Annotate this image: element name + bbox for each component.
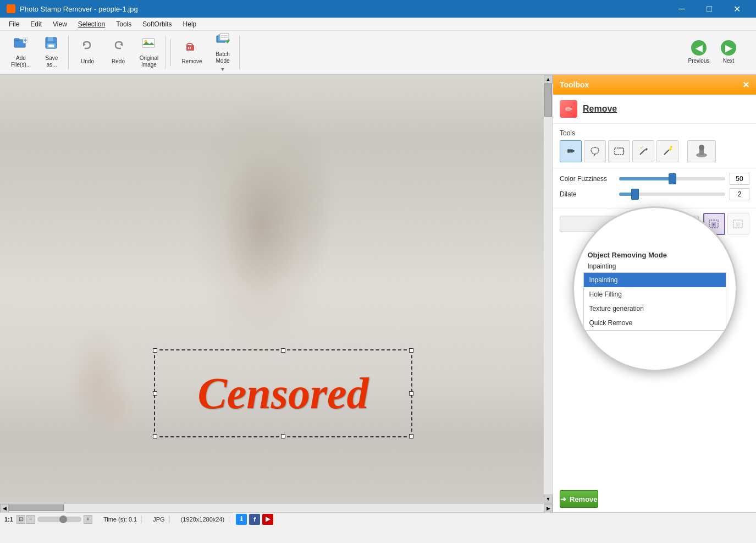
remove-button[interactable]: Remove bbox=[178, 36, 206, 68]
zoom-thumb[interactable] bbox=[59, 515, 67, 523]
color-fuzziness-section: Color Fuzziness 50 Dilate 2 bbox=[553, 168, 756, 208]
dropdown-option-quick-remove[interactable]: Quick Remove bbox=[584, 316, 726, 330]
info-icon[interactable]: ℹ bbox=[236, 514, 247, 525]
add-files-button[interactable]: AddFile(s)... bbox=[7, 36, 35, 68]
minimize-button[interactable]: ─ bbox=[669, 0, 694, 18]
dilate-thumb[interactable] bbox=[631, 189, 639, 200]
scroll-v-track[interactable] bbox=[544, 84, 553, 495]
batch-dropdown-arrow: ▼ bbox=[220, 67, 225, 72]
remove-btn-area: ➜ Remove bbox=[560, 490, 749, 508]
main-area: Censored ▲ ▼ ◀ ▶ Toolbox bbox=[0, 75, 756, 512]
svg-point-24 bbox=[638, 150, 639, 151]
redo-button[interactable]: Redo bbox=[104, 36, 133, 68]
remove-action-button[interactable]: ➜ Remove bbox=[560, 490, 598, 508]
menu-softorbits[interactable]: SoftOrbits bbox=[138, 19, 176, 29]
horizontal-scrollbar[interactable]: ◀ ▶ bbox=[0, 503, 553, 512]
redo-label: Redo bbox=[112, 58, 125, 65]
wand-auto-tool-button[interactable] bbox=[656, 140, 678, 162]
dropdown-option-texture-generation[interactable]: Texture generation bbox=[584, 301, 726, 316]
dropdown-circle-container: Object Removing Mode Inpainting Inpainti… bbox=[572, 206, 737, 371]
handle-bottom-right[interactable] bbox=[409, 434, 413, 438]
save-as-icon bbox=[45, 36, 59, 53]
handle-top-right[interactable] bbox=[409, 348, 413, 353]
zoom-level: 1:1 bbox=[4, 516, 13, 523]
scroll-h-thumb[interactable] bbox=[9, 504, 64, 511]
scroll-left-arrow[interactable]: ◀ bbox=[0, 504, 9, 513]
dilate-slider[interactable] bbox=[619, 193, 725, 196]
toolbox-panel: Toolbox ✕ ✏ Remove Tools ✏ bbox=[553, 75, 756, 512]
color-fuzziness-label: Color Fuzziness bbox=[560, 175, 615, 183]
svg-marker-9 bbox=[83, 43, 86, 46]
censored-text: Censored bbox=[197, 369, 368, 419]
original-image-button[interactable]: OriginalImage bbox=[135, 36, 163, 68]
censored-selection-box[interactable]: Censored bbox=[154, 349, 412, 437]
menu-selection[interactable]: Selection bbox=[74, 19, 109, 29]
menu-tools[interactable]: Tools bbox=[112, 19, 136, 29]
dropdown-option-inpainting[interactable]: Inpainting bbox=[584, 273, 726, 287]
title-bar-controls: ─ □ ✕ bbox=[669, 0, 749, 18]
svg-rect-6 bbox=[48, 37, 53, 41]
lasso-tool-button[interactable] bbox=[584, 140, 606, 162]
fabric-texture-overlay bbox=[0, 75, 544, 503]
scroll-right-arrow[interactable]: ▶ bbox=[544, 504, 553, 513]
rect-select-tool-button[interactable] bbox=[608, 140, 630, 162]
facebook-icon[interactable]: f bbox=[249, 514, 260, 525]
undo-label: Undo bbox=[81, 58, 94, 65]
close-button[interactable]: ✕ bbox=[724, 0, 749, 18]
svg-point-25 bbox=[642, 146, 643, 147]
handle-top-center[interactable] bbox=[281, 348, 285, 353]
save-as-button[interactable]: Saveas... bbox=[37, 36, 66, 68]
redo-icon bbox=[111, 40, 125, 56]
zoom-slider[interactable] bbox=[37, 517, 81, 522]
canvas-area[interactable]: Censored bbox=[0, 75, 544, 503]
app-icon bbox=[7, 4, 15, 13]
next-button[interactable]: ▶ Next bbox=[714, 36, 743, 68]
menu-file[interactable]: File bbox=[4, 19, 24, 29]
window-title: Photo Stamp Remover - people-1.jpg bbox=[20, 5, 138, 13]
remove-icon-badge: ✏ bbox=[560, 100, 577, 118]
menu-view[interactable]: View bbox=[48, 19, 71, 29]
handle-bottom-left[interactable] bbox=[153, 434, 157, 438]
dropdown-content: Object Removing Mode Inpainting Inpainti… bbox=[583, 248, 726, 331]
vertical-scrollbar[interactable]: ▲ ▼ bbox=[544, 75, 553, 503]
color-fuzziness-thumb[interactable] bbox=[669, 173, 676, 184]
zoom-fit-button[interactable]: ⊡ bbox=[16, 515, 25, 524]
dropdown-option-hole-filling[interactable]: Hole Filling bbox=[584, 287, 726, 301]
original-image-icon bbox=[141, 36, 157, 53]
scroll-down-arrow[interactable]: ▼ bbox=[544, 495, 553, 503]
social-icons-area: ℹ f ▶ bbox=[236, 514, 273, 525]
scroll-h-track[interactable] bbox=[9, 504, 544, 512]
zoom-minus-button[interactable]: − bbox=[26, 515, 35, 524]
zoom-plus-button[interactable]: + bbox=[84, 515, 92, 524]
removing-mode-area: Object Removing Mode Inpainting Inpainti… bbox=[553, 239, 756, 512]
tools-section: Tools ✏ bbox=[553, 124, 756, 168]
handle-top-left[interactable] bbox=[153, 348, 157, 353]
svg-point-27 bbox=[670, 146, 672, 148]
previous-button[interactable]: ◀ Previous bbox=[685, 36, 713, 68]
format-label: JPG bbox=[153, 516, 164, 523]
tools-label: Tools bbox=[560, 129, 749, 137]
magic-wand-tool-button[interactable] bbox=[632, 140, 654, 162]
handle-mid-right[interactable] bbox=[409, 391, 413, 396]
undo-button[interactable]: Undo bbox=[73, 36, 102, 68]
time-status: Time (s): 0.1 bbox=[99, 516, 142, 523]
toolbox-close-button[interactable]: ✕ bbox=[742, 80, 749, 90]
pencil-tool-button[interactable]: ✏ bbox=[560, 140, 582, 162]
scroll-up-arrow[interactable]: ▲ bbox=[544, 75, 553, 84]
batch-mode-button[interactable]: Batch Mode ▼ bbox=[208, 36, 237, 68]
dilate-input[interactable]: 2 bbox=[730, 188, 749, 200]
time-label: Time (s): 0.1 bbox=[103, 516, 137, 523]
color-fuzziness-row: Color Fuzziness 50 bbox=[560, 173, 749, 185]
handle-mid-left[interactable] bbox=[153, 391, 157, 396]
color-fuzziness-slider[interactable] bbox=[619, 177, 725, 180]
youtube-icon[interactable]: ▶ bbox=[262, 514, 273, 525]
scroll-v-thumb[interactable] bbox=[544, 84, 552, 117]
handle-bottom-center[interactable] bbox=[281, 434, 285, 438]
stamp-tool-button[interactable] bbox=[687, 140, 716, 162]
color-fuzziness-input[interactable]: 50 bbox=[730, 173, 749, 185]
dropdown-list: Inpainting Hole Filling Texture generati… bbox=[583, 272, 726, 331]
menu-help[interactable]: Help bbox=[179, 19, 201, 29]
remove-arrow-icon: ➜ bbox=[560, 495, 566, 503]
menu-edit[interactable]: Edit bbox=[26, 19, 46, 29]
maximize-button[interactable]: □ bbox=[697, 0, 722, 18]
